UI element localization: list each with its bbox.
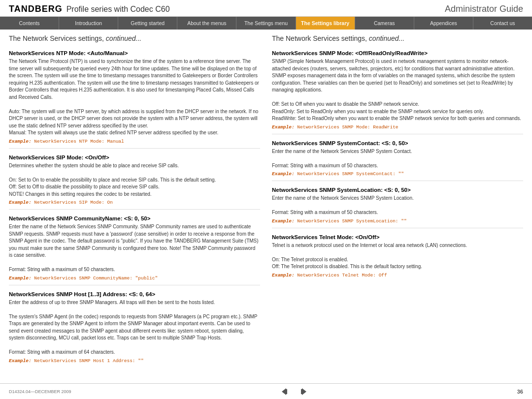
section-body-0: SNMP (Simple Network Management Protocol… — [272, 58, 523, 123]
section-body-2: Enter the name of the Network Services S… — [272, 195, 523, 216]
page-header: TANDBERG Profile series with Codec C60 A… — [0, 0, 532, 17]
section-example-0: Example: NetworkServices SNMP Mode: Read… — [272, 124, 523, 130]
section-body-0: The Network Time Protocol (NTP) is used … — [9, 58, 260, 137]
guide-title: Administrator Guide — [445, 4, 523, 14]
section-2: NetworkServices SNMP SystemLocation: <S:… — [272, 187, 523, 228]
page-number: 36 — [517, 389, 523, 395]
section-title-3: NetworkServices SNMP Host [1..3] Address… — [9, 291, 260, 297]
section-body-1: Enter the name of the Network Services S… — [272, 148, 523, 170]
section-body-3: Telnet is a network protocol used on the… — [272, 242, 523, 271]
main-content: The Network Services settings, continued… — [0, 30, 532, 373]
nav-item-cameras[interactable]: Cameras — [355, 17, 414, 30]
header-left: TANDBERG Profile series with Codec C60 — [9, 4, 170, 14]
nav-item-about-the-menus[interactable]: About the menus — [177, 17, 236, 30]
section-example-1: Example: NetworkServices SNMP SystemCont… — [272, 171, 523, 177]
tandberg-logo: TANDBERG — [9, 4, 63, 14]
section-title-0: NetworkServices NTP Mode: <Auto/Manual> — [9, 50, 260, 56]
section-body-2: Enter the name of the Network Services S… — [9, 223, 260, 274]
section-example-2: Example: NetworkServices SNMP SystemLoca… — [272, 218, 523, 224]
section-title-1: NetworkServices SIP Mode: <On/Off> — [9, 154, 260, 160]
section-3: NetworkServices Telnet Mode: <On/Off>Tel… — [272, 234, 523, 278]
section-title-1: NetworkServices SNMP SystemContact: <S: … — [272, 140, 523, 146]
section-example-1: Example: NetworkServices SIP Mode: On — [9, 200, 260, 205]
svg-marker-3 — [302, 388, 306, 395]
section-1: NetworkServices SIP Mode: <On/Off>Determ… — [9, 154, 260, 210]
svg-rect-2 — [301, 389, 302, 394]
section-0: NetworkServices NTP Mode: <Auto/Manual>T… — [9, 50, 260, 149]
left-column: The Network Services settings, continued… — [9, 34, 260, 368]
nav-item-appendices[interactable]: Appendices — [414, 17, 473, 30]
nav-item-introduction[interactable]: Introduction — [59, 17, 118, 30]
nav-item-the-settings-menu[interactable]: The Settings menu — [236, 17, 296, 30]
next-page-button[interactable] — [296, 387, 308, 397]
page-footer: D14324.04—DECEMBER 2009 36 — [0, 383, 532, 399]
footer-copyright: D14324.04—DECEMBER 2009 — [9, 389, 71, 394]
navigation-bar: ContentsIntroductionGetting startedAbout… — [0, 17, 532, 30]
right-heading: The Network Services settings, continued… — [272, 34, 523, 43]
section-body-1: Determines whether the system should be … — [9, 162, 260, 198]
section-title-2: NetworkServices SNMP CommunityName: <S: … — [9, 215, 260, 221]
section-1: NetworkServices SNMP SystemContact: <S: … — [272, 140, 523, 182]
svg-rect-1 — [286, 389, 287, 394]
nav-item-getting-started[interactable]: Getting started — [118, 17, 177, 30]
nav-item-contact-us[interactable]: Contact us — [473, 17, 532, 30]
header-subtitle: Profile series with Codec C60 — [66, 5, 170, 14]
footer-navigation — [280, 387, 308, 397]
section-title-3: NetworkServices Telnet Mode: <On/Off> — [272, 234, 523, 240]
section-example-2: Example: NetworkServices SNMP CommunityN… — [9, 276, 260, 281]
prev-page-button[interactable] — [280, 387, 292, 397]
section-example-0: Example: NetworkServices NTP Mode: Manua… — [9, 139, 260, 144]
section-example-3: Example: NetworkServices Telnet Mode: Of… — [272, 273, 523, 278]
section-body-3: Enter the address of up to three SNMP Ma… — [9, 299, 260, 356]
nav-item-contents[interactable]: Contents — [0, 17, 59, 30]
section-3: NetworkServices SNMP Host [1..3] Address… — [9, 291, 260, 364]
svg-marker-0 — [282, 388, 286, 395]
section-title-0: NetworkServices SNMP Mode: <Off/ReadOnly… — [272, 50, 523, 56]
section-title-2: NetworkServices SNMP SystemLocation: <S:… — [272, 187, 523, 193]
left-sections: NetworkServices NTP Mode: <Auto/Manual>T… — [9, 50, 260, 364]
section-0: NetworkServices SNMP Mode: <Off/ReadOnly… — [272, 50, 523, 134]
left-heading: The Network Services settings, continued… — [9, 34, 260, 43]
right-column: The Network Services settings, continued… — [272, 34, 523, 368]
section-2: NetworkServices SNMP CommunityName: <S: … — [9, 215, 260, 285]
nav-item-the-settings-library[interactable]: The Settings library — [296, 17, 355, 30]
right-sections: NetworkServices SNMP Mode: <Off/ReadOnly… — [272, 50, 523, 278]
section-example-3: Example: NetworkServices SNMP Host 1 Add… — [9, 358, 260, 364]
